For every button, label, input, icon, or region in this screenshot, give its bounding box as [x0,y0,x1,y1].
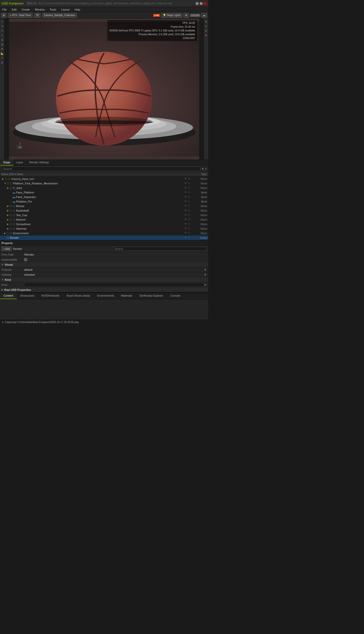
tree-item-root[interactable]: ▶ ⬡ ⬡ shipping_digital_twin 👁 ⊙ Xform [0,177,208,181]
settings-button[interactable]: ⚙ [183,13,189,18]
eye-icon[interactable]: 👁 [185,177,188,180]
property-search-input[interactable] [113,247,207,251]
circle-icon-hammer[interactable]: ⊙ [188,227,191,230]
wrench-icon2: ⬡ [13,218,15,221]
tab-console[interactable]: Console [167,293,184,299]
measure-icon[interactable]: 📐 [0,51,4,55]
paint-icon[interactable]: 🖌 [0,60,4,64]
filter-icon[interactable]: ▼ [201,167,204,170]
circle-icon[interactable]: ⊙ [188,177,191,180]
eye-icon-wrench[interactable]: 👁 [185,218,188,221]
grid-toggle-button[interactable]: ⊞ [1,13,7,18]
tree-item-hammer[interactable]: ▶ ⬡ ⬡ Hammer 👁 ⊙ Xform [0,226,208,231]
eye-icon-env[interactable]: 👁 [185,232,188,235]
circle-icon-platform[interactable]: ⊙ [188,182,191,185]
select-tool-icon[interactable]: ↖ [0,20,4,24]
instanceable-checkbox[interactable] [24,258,27,261]
visibility-dropdown-icon[interactable]: ▼ [204,273,207,276]
tab-asset-stores[interactable]: Asset Stores (beta) [63,293,94,299]
right-tool2-icon[interactable]: ⚙ [204,33,208,37]
cloud-button[interactable]: ☁ [201,13,207,18]
rotate-tool-icon[interactable]: ↻ [0,29,4,33]
tab-materials[interactable]: Materials [118,293,136,299]
viewport[interactable]: 1 cm FPS: 44.65 Frame time: 22.40 ms NVI… [9,19,199,160]
eye-icon-basketball[interactable]: 👁 [185,209,188,212]
scale-tool-icon[interactable]: ⤡ [0,33,4,37]
render-mode-button[interactable]: ● RTX - Real-Time [8,13,33,18]
eye-icon-teacup[interactable]: 👁 [185,214,188,217]
tree-item-environment[interactable]: ▶ ⬡ ⬡ Environment 👁 ⊙ Xform [0,231,208,235]
minimize-button[interactable] [196,2,199,5]
tree-item-render[interactable]: ⬡ Render 👁 ⊙ Scope [0,235,208,240]
right-tool1-icon[interactable]: ⚙ [204,29,208,33]
circle-icon-screwdriver[interactable]: ⊙ [188,223,191,226]
circle-icon-mouse[interactable]: ⊙ [188,205,191,208]
snap-icon[interactable]: ⊞ [0,42,4,46]
tab-environments[interactable]: Environments [94,293,117,299]
tree-item-teacup[interactable]: ▶ ⬡ ⬡ Tea_Cup 👁 ⊙ Xform [0,213,208,217]
eye-icon-yjoint[interactable]: 👁 [185,186,188,189]
tree-item-wrench[interactable]: ▶ ⬡ ⬡ Wrench 👁 ⊙ Xform [0,217,208,222]
circle-icon-basketball[interactable]: ⊙ [188,209,191,212]
kind-dropdown-icon[interactable]: ▼ [204,283,207,286]
tab-render-settings[interactable]: Render Settings [26,160,52,166]
camera-icon-btn[interactable]: 📷 [34,13,41,18]
eye-icon-screwdriver[interactable]: 👁 [185,223,188,226]
list-icon[interactable]: ≡ [205,167,207,170]
circle-icon-rotpin[interactable]: ⊙ [188,200,191,203]
camera-nav-icon[interactable]: 👁 [0,47,4,51]
eye-icon-mouse[interactable]: 👁 [185,205,188,208]
kind-section-header[interactable]: ▼ Kind [0,277,208,282]
menu-edit[interactable]: Edit [11,8,17,11]
property-add-button[interactable]: + Add [2,247,12,251]
universal-tool-icon[interactable]: ⊕ [0,38,4,42]
tree-item-basketball[interactable]: ▶ ⬡ ⬡ Basketball 👁 ⊙ Xform [0,208,208,213]
eye-icon-rotpin[interactable]: 👁 [185,200,188,203]
tree-item-screwdriver[interactable]: ▶ ⬡ ⬡ Screwdriver 👁 ⊙ Xform [0,222,208,226]
circle-icon-teacup[interactable]: ⊙ [188,214,191,217]
circle-icon-faceplatform[interactable]: ⊙ [188,191,191,194]
menu-tools[interactable]: Tools [49,8,57,11]
raw-usd-section-header[interactable]: ▶ Raw USD Properties [0,287,208,292]
pen-icon[interactable]: ✏ [0,56,4,60]
menu-window[interactable]: Window [34,8,46,11]
tree-item-hammer-icons: 👁 ⊙ [185,227,191,230]
menu-help[interactable]: Help [74,8,81,11]
circle-icon-yjoint[interactable]: ⊙ [188,186,191,189]
eye-icon-render[interactable]: 👁 [185,236,188,239]
circle-icon-env[interactable]: ⊙ [188,232,191,235]
tab-stage[interactable]: Stage [0,160,13,166]
tree-item-platform[interactable]: ▼ ⬡ ⬡ Platform_First_Rotation_Mechanism … [0,181,208,186]
tree-item-wrench-type: Xform [192,218,207,221]
menu-file[interactable]: File [2,8,8,11]
tab-showcases[interactable]: Showcases [17,293,38,299]
eye-icon-hammer[interactable]: 👁 [185,227,188,230]
tab-content[interactable]: Content [0,293,17,299]
stage-lights-button[interactable]: 💡 Stage Lights [161,13,183,18]
tab-simready[interactable]: SimReady Explorer [136,293,167,299]
stage-search-input[interactable] [2,167,200,171]
right-settings-icon[interactable]: ⚙ [204,20,208,24]
close-button[interactable] [204,2,207,5]
menu-create[interactable]: Create [21,8,31,11]
tree-item-rotationpin[interactable]: ▬ Rotation_Pin 👁 ⊙ Mesh [0,199,208,204]
circle-icon-facesep[interactable]: ⊙ [188,195,191,199]
right-close-icon[interactable]: ✕ [204,24,208,28]
move-tool-icon[interactable]: ✛ [0,24,4,28]
circle-icon-render[interactable]: ⊙ [188,236,191,239]
circle-icon-wrench[interactable]: ⊙ [188,218,191,221]
tree-item-yjoint[interactable]: ▶ ⬡ Y_Joint 👁 ⊙ Xform [0,186,208,190]
purpose-dropdown-icon[interactable]: ▼ [204,268,207,271]
visual-section-header[interactable]: ▼ Visual [0,262,208,267]
tree-item-mouse[interactable]: ▶ ⬡ ⬡ Mouse 👁 ⊙ Xform [0,204,208,208]
tree-item-faceplatform[interactable]: ▬ Face_Platform 👁 ⊙ Mesh [0,190,208,195]
eye-icon-platform[interactable]: 👁 [185,182,188,185]
tab-layer[interactable]: Layer [13,160,26,166]
eye-icon-faceplatform[interactable]: 👁 [185,191,188,194]
eye-icon-facesep[interactable]: 👁 [185,195,188,199]
menu-layout[interactable]: Layout [61,8,70,11]
maximize-button[interactable] [200,2,203,5]
tab-nvidia-assets[interactable]: NVIDIA Assets [38,293,63,299]
tree-item-faceseparator[interactable]: ▬ Face_Separator 👁 ⊙ Mesh [0,195,208,199]
camera-button[interactable]: Camera_Sample_Collection [42,13,77,18]
